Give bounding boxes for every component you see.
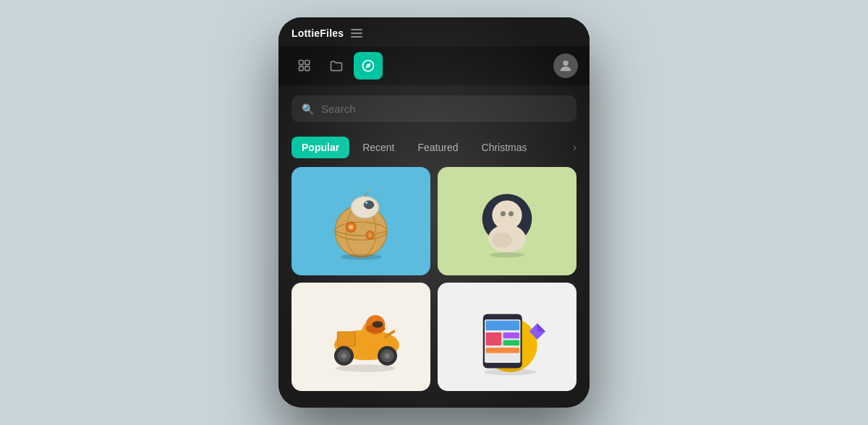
svg-point-12 [349, 225, 354, 229]
svg-rect-1 [299, 66, 304, 71]
animation-card-character[interactable] [438, 167, 576, 275]
nav-discover-button[interactable] [354, 52, 383, 80]
tab-recent[interactable]: Recent [352, 137, 404, 158]
svg-rect-0 [299, 61, 304, 65]
svg-rect-2 [305, 61, 310, 65]
tab-popular[interactable]: Popular [292, 137, 349, 158]
svg-point-34 [372, 321, 383, 327]
search-placeholder: Search [321, 103, 356, 115]
svg-point-53 [484, 369, 536, 375]
animation-card-design[interactable] [438, 283, 576, 391]
title-bar: LottieFiles [278, 17, 590, 46]
svg-point-25 [501, 211, 506, 216]
title-left: LottieFiles [292, 27, 362, 39]
svg-point-37 [341, 353, 346, 359]
svg-point-20 [367, 189, 370, 192]
profile-icon[interactable] [553, 53, 578, 78]
tabs-more-arrow[interactable]: › [573, 141, 576, 154]
svg-point-27 [490, 252, 524, 257]
app-window: LottieFiles [278, 17, 590, 408]
search-container: 🔍 Search [278, 85, 590, 129]
tab-featured[interactable]: Featured [407, 137, 468, 158]
animation-card-delivery[interactable] [292, 283, 430, 391]
search-bar[interactable]: 🔍 Search [292, 95, 576, 122]
svg-point-42 [336, 364, 396, 372]
svg-point-24 [492, 233, 512, 248]
svg-marker-52 [537, 323, 545, 331]
svg-point-6 [563, 61, 568, 66]
svg-rect-50 [485, 348, 519, 353]
search-icon: 🔍 [302, 103, 314, 115]
nav-icons [290, 52, 383, 80]
svg-rect-48 [503, 332, 519, 338]
svg-rect-30 [338, 332, 354, 345]
tab-christmas[interactable]: Christmas [472, 137, 537, 158]
svg-rect-3 [305, 66, 310, 71]
app-title: LottieFiles [292, 27, 344, 39]
animation-card-bb8[interactable] [292, 167, 430, 275]
svg-rect-49 [503, 340, 519, 345]
phone-wrapper: LottieFiles [278, 17, 590, 408]
nav-home-button[interactable] [290, 52, 319, 80]
svg-point-17 [365, 202, 367, 204]
svg-rect-46 [485, 320, 519, 330]
svg-rect-47 [485, 332, 501, 345]
svg-point-40 [384, 353, 390, 359]
animation-grid [278, 167, 590, 401]
svg-point-18 [340, 254, 382, 259]
hamburger-icon[interactable] [351, 29, 362, 38]
tabs-container: Popular Recent Featured Christmas › [278, 129, 590, 167]
nav-bar [278, 46, 590, 85]
svg-point-26 [509, 211, 514, 216]
svg-point-23 [492, 200, 522, 230]
svg-marker-5 [365, 63, 370, 68]
nav-folder-button[interactable] [322, 52, 351, 80]
